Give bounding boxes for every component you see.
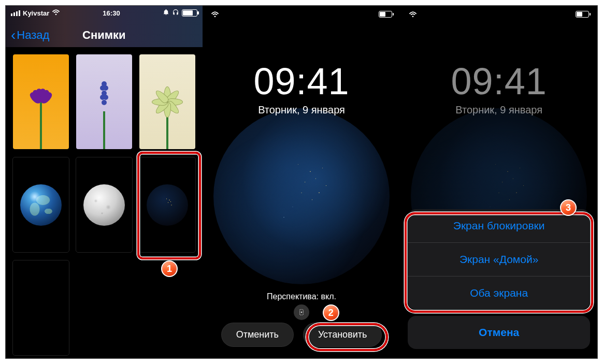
wallpaper-grid [6,47,203,362]
headphones-icon [172,9,179,17]
battery-icon [379,11,392,18]
alarm-icon [163,9,169,17]
flower-icon [151,85,184,119]
wallpaper-preview-dimmed: 09:41 Вторник, 9 января Экран блокировки… [400,6,597,358]
status-time: 16:30 [103,9,120,17]
preview-actions: Отменить Установить [203,323,401,347]
back-label: Назад [17,28,49,42]
status-left: Kyivstar [11,9,60,17]
carrier-label: Kyivstar [23,9,49,17]
set-lock-screen-button[interactable]: Экран блокировки [408,209,590,243]
lock-date: Вторник, 9 января [455,104,542,116]
sheet-cancel-button[interactable]: Отмена [408,316,590,349]
battery-icon [576,11,589,18]
wifi-icon [52,9,60,17]
wallpaper-thumb-flower-muscari[interactable] [76,54,132,149]
set-home-screen-button[interactable]: Экран «Домой» [408,243,590,276]
panel-wallpaper-grid: Kyivstar 16:30 ‹ На [6,6,203,358]
lock-time: 09:41 [451,63,547,100]
wallpaper-preview[interactable]: 09:41 Вторник, 9 января Перспектива: вкл… [203,6,401,358]
wallpaper-thumb-empty[interactable] [13,260,69,355]
flower-icon [98,81,110,123]
panel-wallpaper-preview: 09:41 Вторник, 9 января Перспектива: вкл… [203,6,401,358]
svg-point-1 [301,312,303,313]
step-marker-1: 1 [161,260,178,277]
earth-night-icon [147,184,188,226]
action-sheet: Экран блокировки Экран «Домой» Оба экран… [408,209,590,349]
panel-action-sheet: 09:41 Вторник, 9 января Экран блокировки… [400,6,597,358]
nav-title: Снимки [82,28,126,42]
lock-date: Вторник, 9 января [258,104,345,116]
step-marker-3: 3 [560,199,577,216]
set-button[interactable]: Установить [303,323,382,347]
signal-icon [11,10,20,16]
tutorial-frame: Kyivstar 16:30 ‹ На [5,5,598,359]
status-right [163,9,197,17]
wifi-icon [409,11,417,19]
status-bar: Kyivstar 16:30 [6,6,203,17]
wallpaper-thumb-flower-purple[interactable] [13,54,69,149]
live-photo-toggle[interactable] [294,304,309,320]
status-bar [400,11,597,19]
back-button[interactable]: ‹ Назад [11,28,49,42]
wifi-icon [211,11,219,19]
lock-time: 09:41 [253,63,349,100]
earth-night-large-icon [213,108,390,284]
wallpaper-thumb-earth-night[interactable] [139,157,195,252]
status-bar [203,11,401,19]
moon-icon [83,184,125,226]
battery-icon [182,9,197,17]
wallpaper-thumb-flower-green[interactable] [139,54,195,149]
flower-icon [27,89,54,115]
action-sheet-options: Экран блокировки Экран «Домой» Оба экран… [408,209,590,310]
navigation-bar: Kyivstar 16:30 ‹ На [6,6,203,47]
wallpaper-thumb-moon[interactable] [76,157,132,252]
step-marker-2: 2 [323,304,339,321]
set-both-screens-button[interactable]: Оба экрана [408,276,590,310]
cancel-button[interactable]: Отменить [221,323,294,347]
earth-day-icon [20,184,62,226]
wallpaper-thumb-earth-day[interactable] [13,157,69,252]
perspective-label: Перспектива: вкл. [267,292,336,301]
chevron-left-icon: ‹ [11,31,16,40]
